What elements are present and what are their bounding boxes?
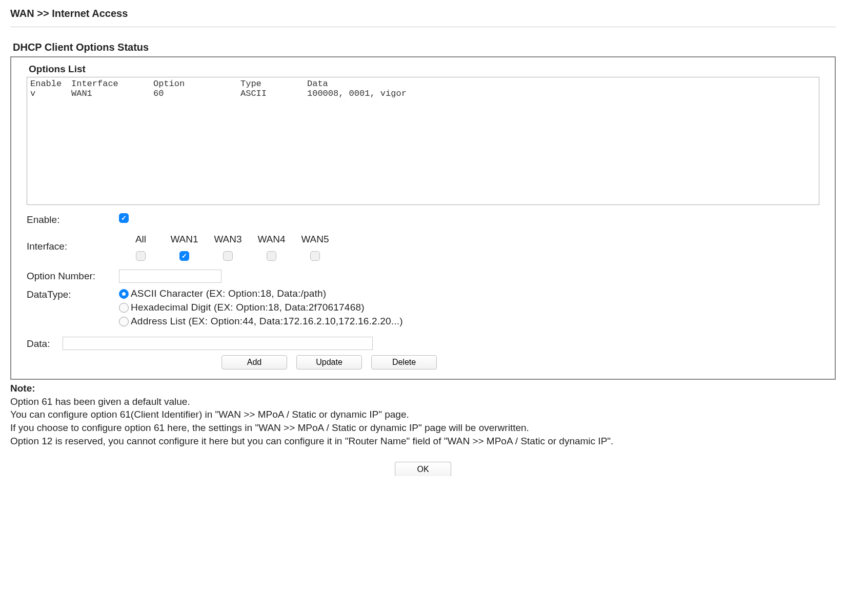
datatype-option-ascii[interactable]: ASCII Character (EX: Option:18, Data:/pa… [119, 288, 403, 299]
delete-button[interactable]: Delete [371, 355, 437, 369]
interface-checkbox-group: All WAN1 WAN3 WAN4 WAN5 [119, 234, 337, 261]
interface-checkbox-wan1[interactable] [179, 251, 189, 261]
radio-ascii[interactable] [119, 289, 129, 299]
col-header-interface: Interface [71, 79, 153, 89]
interface-label-wan3: WAN3 [206, 234, 250, 245]
datatype-label: DataType: [27, 288, 119, 300]
interface-checkbox-wan3[interactable] [223, 251, 233, 261]
note-line: If you choose to configure option 61 her… [10, 421, 836, 435]
cell-interface: WAN1 [71, 89, 153, 98]
row-option-number: Option Number: [27, 270, 819, 283]
interface-col-wan1: WAN1 [163, 234, 206, 261]
data-label: Data: [27, 337, 63, 350]
datatype-option-hex[interactable]: Hexadecimal Digit (EX: Option:18, Data:2… [119, 302, 403, 313]
note-line: Option 61 has been given a default value… [10, 395, 836, 408]
divider [10, 27, 836, 27]
interface-col-wan3: WAN3 [206, 234, 250, 261]
radio-label-address: Address List (EX: Option:44, Data:172.16… [131, 316, 403, 327]
radio-address[interactable] [119, 317, 129, 326]
interface-col-all: All [119, 234, 163, 261]
radio-label-ascii: ASCII Character (EX: Option:18, Data:/pa… [131, 288, 326, 299]
cell-option: 60 [153, 89, 240, 98]
interface-label-wan4: WAN4 [250, 234, 293, 245]
action-button-row: Add Update Delete [221, 355, 819, 369]
interface-checkbox-all[interactable] [136, 251, 146, 261]
interface-checkbox-wan5[interactable] [310, 251, 320, 261]
interface-col-wan4: WAN4 [250, 234, 293, 261]
breadcrumb: WAN >> Internet Access [10, 5, 836, 25]
update-button[interactable]: Update [296, 355, 362, 369]
note-line: Option 12 is reserved, you cannot config… [10, 435, 836, 448]
ok-row: OK [10, 462, 836, 476]
row-enable: Enable: [27, 213, 819, 225]
enable-checkbox[interactable] [119, 213, 129, 223]
interface-col-wan5: WAN5 [293, 234, 337, 261]
options-list-table: Enable Interface Option Type Data v WAN1… [27, 77, 819, 205]
datatype-option-address[interactable]: Address List (EX: Option:44, Data:172.16… [119, 316, 403, 327]
ok-button[interactable]: OK [395, 462, 451, 476]
row-interface: Interface: All WAN1 WAN3 WAN4 [27, 234, 819, 261]
data-input[interactable] [63, 337, 373, 350]
interface-label: Interface: [27, 234, 119, 252]
interface-checkbox-wan4[interactable] [267, 251, 276, 261]
interface-label-wan1: WAN1 [163, 234, 206, 245]
note-section: Note: Option 61 has been given a default… [10, 382, 836, 447]
table-row[interactable]: v WAN1 60 ASCII 100008, 0001, vigor [30, 89, 816, 98]
option-number-label: Option Number: [27, 270, 119, 282]
radio-label-hex: Hexadecimal Digit (EX: Option:18, Data:2… [131, 302, 365, 313]
cell-enable: v [30, 89, 71, 98]
section-title: DHCP Client Options Status [10, 42, 836, 53]
cell-data: 100008, 0001, vigor [307, 89, 816, 98]
options-list-title: Options List [29, 64, 819, 75]
note-title: Note: [10, 382, 836, 395]
col-header-type: Type [240, 79, 307, 89]
cell-type: ASCII [240, 89, 307, 98]
datatype-radio-group: ASCII Character (EX: Option:18, Data:/pa… [119, 288, 403, 328]
row-datatype: DataType: ASCII Character (EX: Option:18… [27, 288, 819, 328]
col-header-enable: Enable [30, 79, 71, 89]
config-panel: Options List Enable Interface Option Typ… [10, 56, 836, 380]
col-header-data: Data [307, 79, 816, 89]
note-line: You can configure option 61(Client Ident… [10, 408, 836, 421]
option-number-input[interactable] [119, 270, 221, 283]
interface-label-all: All [119, 234, 163, 245]
enable-label: Enable: [27, 213, 119, 225]
radio-hex[interactable] [119, 303, 129, 313]
form-area: Enable: Interface: All WAN1 WAN3 [27, 213, 819, 369]
add-button[interactable]: Add [221, 355, 287, 369]
col-header-option: Option [153, 79, 240, 89]
interface-label-wan5: WAN5 [293, 234, 337, 245]
table-header-row: Enable Interface Option Type Data [30, 79, 816, 89]
row-data: Data: [27, 337, 819, 350]
